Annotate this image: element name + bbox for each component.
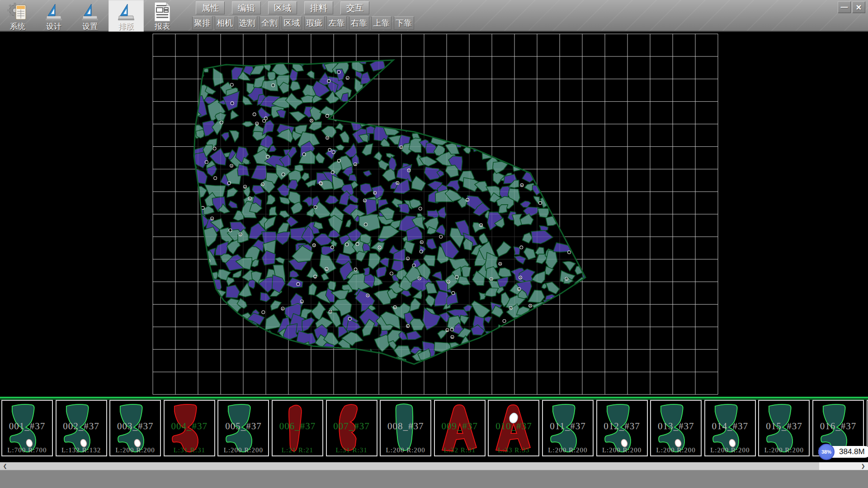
svg-text:A: A (480, 224, 482, 227)
app-button-5[interactable]: 报表 (145, 0, 180, 32)
svg-text:V: V (450, 69, 452, 72)
part-name: 004_#37 (165, 421, 214, 432)
svg-text:A: A (419, 277, 420, 280)
tool-button-5[interactable]: 区域 (282, 16, 302, 30)
part-thumbnail-14[interactable]: 014_#37L:200 R:200 (704, 400, 756, 456)
svg-text:A: A (402, 72, 404, 75)
parts-strip: 001_#37L:700 R:700002_#37L:132 R:132003_… (0, 397, 868, 462)
app-button-4[interactable]: 排版 (108, 0, 144, 32)
tool-button-10[interactable]: 下靠 (394, 16, 414, 30)
close-button[interactable]: ✕ (852, 1, 865, 13)
strip-separator-line-2 (0, 399, 868, 399)
ruler-icon (80, 1, 100, 22)
part-thumbnail-2[interactable]: 002_#37L:132 R:132 (56, 400, 107, 456)
svg-text:V: V (566, 278, 567, 281)
scroll-left-arrow-icon[interactable]: ❮ (0, 462, 10, 470)
tool-button-3[interactable]: 选割 (237, 16, 257, 30)
menu-button-2[interactable]: 编辑 (232, 1, 261, 14)
tool-button-8[interactable]: 右靠 (349, 16, 369, 30)
tool-button-6[interactable]: 瑕疵 (304, 16, 325, 30)
tool-button-7[interactable]: 左靠 (326, 16, 347, 30)
progress-circle: 38% (818, 444, 835, 460)
tool-button-1[interactable]: 聚排 (192, 16, 212, 30)
part-thumbnail-15[interactable]: 015_#37L:200 R:200 (758, 400, 810, 456)
tool-button-9[interactable]: 上靠 (371, 16, 392, 30)
svg-text:V: V (326, 136, 328, 139)
part-name: 011_#37 (543, 421, 593, 432)
progress-badge[interactable]: 384.8M 38% (816, 443, 868, 461)
nesting-canvas-svg: VVVVpVApppbaVdpbAbVAAAVpbbddpadpVAdbAaVA… (0, 32, 868, 397)
svg-text:V: V (313, 244, 315, 247)
part-thumbnail-4[interactable]: 004_#37L:31 R:31 (164, 400, 215, 456)
part-counts: L:200 R:200 (651, 446, 701, 454)
part-name: 008_#37 (381, 421, 430, 432)
part-counts: L:31 R:31 (327, 446, 377, 454)
scrollbar-thumb[interactable] (10, 462, 819, 470)
part-counts: L:200 R:200 (381, 446, 430, 454)
part-counts: L:200 R:200 (218, 446, 268, 454)
svg-text:V: V (568, 229, 570, 231)
svg-text:V: V (500, 111, 501, 114)
svg-text:A: A (374, 108, 376, 111)
app-button-1[interactable]: 系统 (0, 0, 35, 32)
minimize-button[interactable]: — (838, 1, 851, 13)
svg-text:A: A (320, 183, 322, 185)
part-thumbnail-8[interactable]: 008_#37L:200 R:200 (380, 400, 431, 456)
svg-text:d: d (550, 319, 552, 321)
part-thumbnail-12[interactable]: 012_#37L:200 R:200 (596, 400, 648, 456)
part-name: 006_#37 (273, 421, 322, 432)
app-button-2[interactable]: 设计 (36, 0, 71, 32)
part-counts: L:132 R:132 (57, 446, 106, 454)
horizontal-scrollbar[interactable]: ❮ ❯ (0, 462, 868, 470)
svg-text:A: A (367, 294, 369, 297)
svg-text:b: b (487, 338, 489, 341)
menu-button-5[interactable]: 交互 (340, 1, 369, 14)
part-counts: L:700 R:700 (2, 446, 52, 454)
part-name: 013_#37 (651, 421, 701, 432)
svg-text:V: V (439, 85, 441, 88)
svg-text:A: A (371, 83, 373, 85)
part-thumbnail-1[interactable]: 001_#37L:700 R:700 (1, 400, 53, 456)
svg-text:V: V (256, 122, 258, 125)
part-name: 012_#37 (597, 421, 647, 432)
svg-text:d: d (364, 199, 365, 202)
app-button-label: 排版 (118, 22, 134, 31)
svg-text:A: A (499, 263, 501, 265)
part-thumbnail-11[interactable]: 011_#37L:200 R:200 (542, 400, 594, 456)
part-thumbnail-6[interactable]: 006_#37L:21 R:21 (272, 400, 323, 456)
app-button-label: 系统 (10, 22, 25, 31)
svg-text:V: V (198, 249, 200, 252)
part-thumbnail-3[interactable]: 003_#37L:200 R:200 (109, 400, 161, 456)
menu-button-4[interactable]: 排料 (304, 1, 333, 14)
part-counts: L:200 R:200 (597, 446, 647, 454)
svg-text:V: V (262, 359, 264, 362)
part-name: 001_#37 (2, 421, 52, 432)
part-thumbnail-5[interactable]: 005_#37L:200 R:200 (217, 400, 269, 456)
scroll-right-arrow-icon[interactable]: ❯ (858, 462, 868, 470)
part-counts: L:21 R:21 (273, 446, 322, 454)
part-thumbnail-10[interactable]: 010_#37L:33 R:33 (488, 400, 539, 456)
part-thumbnail-13[interactable]: 013_#37L:200 R:200 (650, 400, 702, 456)
svg-text:V: V (408, 169, 410, 172)
svg-text:p: p (421, 122, 423, 125)
menu-button-3[interactable]: 区域 (268, 1, 297, 14)
part-name: 007_#37 (327, 421, 377, 432)
part-thumbnail-9[interactable]: 009_#37L:32 R:31 (434, 400, 486, 456)
part-counts: L:31 R:31 (165, 446, 214, 454)
nesting-canvas[interactable]: VVVVpVApppbaVdpbAbVAAAVpbbddpadpVAdbAaVA… (0, 32, 868, 397)
tool-button-2[interactable]: 相机 (215, 16, 235, 30)
strip-separator-line (0, 397, 868, 398)
part-thumbnail-7[interactable]: 007_#37L:31 R:31 (326, 400, 377, 456)
part-name: 005_#37 (218, 421, 268, 432)
part-counts: L:200 R:200 (759, 446, 809, 454)
part-name: 014_#37 (705, 421, 755, 432)
menu-button-1[interactable]: 属性 (196, 1, 225, 14)
gear-document-icon (7, 1, 28, 22)
svg-text:V: V (552, 351, 554, 353)
main-toolbar: 系统设计设置排版报表 属性编辑区域排料交互 聚排相机选割全割区域瑕疵左靠右靠上靠… (0, 0, 868, 32)
part-name: 002_#37 (57, 421, 106, 432)
app-button-3[interactable]: 设置 (72, 0, 108, 32)
part-counts: L:33 R:33 (489, 446, 538, 454)
part-counts: L:32 R:31 (435, 446, 485, 454)
tool-button-4[interactable]: 全割 (259, 16, 280, 30)
